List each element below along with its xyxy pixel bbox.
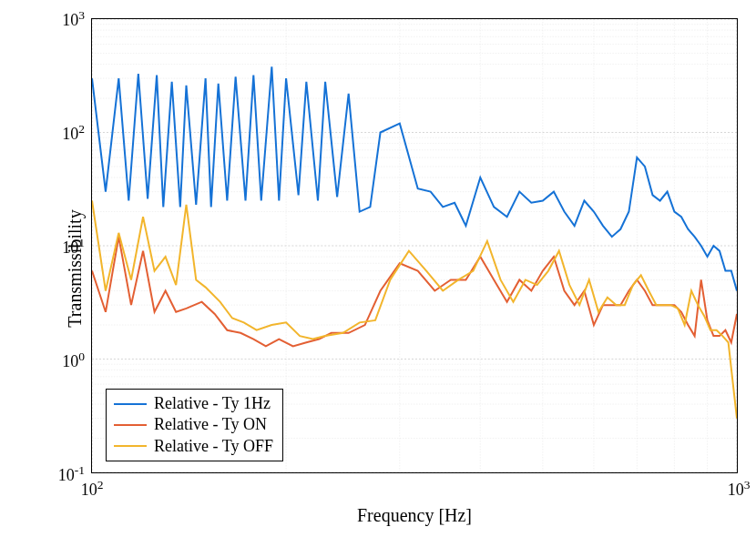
series-relative---ty-on bbox=[92, 237, 737, 346]
legend-swatch bbox=[114, 403, 147, 405]
legend-label: Relative - Ty ON bbox=[154, 414, 267, 435]
y-tick: 103 bbox=[12, 8, 85, 30]
legend-swatch bbox=[114, 424, 147, 426]
series-relative---ty-off bbox=[92, 200, 737, 418]
y-tick: 10-1 bbox=[12, 463, 85, 485]
legend-label: Relative - Ty OFF bbox=[154, 436, 273, 457]
plot-area: 10-1 100 101 102 103 102 103 Relative - … bbox=[91, 18, 738, 473]
transmissibility-chart: 10-1 100 101 102 103 102 103 Relative - … bbox=[0, 0, 756, 537]
y-axis-label: Transmissibility bbox=[65, 209, 86, 327]
y-tick: 100 bbox=[12, 350, 85, 371]
legend-item: Relative - Ty 1Hz bbox=[114, 393, 273, 414]
x-tick: 102 bbox=[81, 478, 104, 500]
legend: Relative - Ty 1Hz Relative - Ty ON Relat… bbox=[106, 389, 283, 461]
x-tick: 103 bbox=[728, 478, 751, 500]
legend-swatch bbox=[114, 445, 147, 447]
legend-item: Relative - Ty OFF bbox=[114, 436, 273, 457]
x-axis-label: Frequency [Hz] bbox=[91, 505, 738, 526]
y-tick: 102 bbox=[12, 122, 85, 144]
legend-label: Relative - Ty 1Hz bbox=[154, 393, 271, 414]
legend-item: Relative - Ty ON bbox=[114, 414, 273, 435]
